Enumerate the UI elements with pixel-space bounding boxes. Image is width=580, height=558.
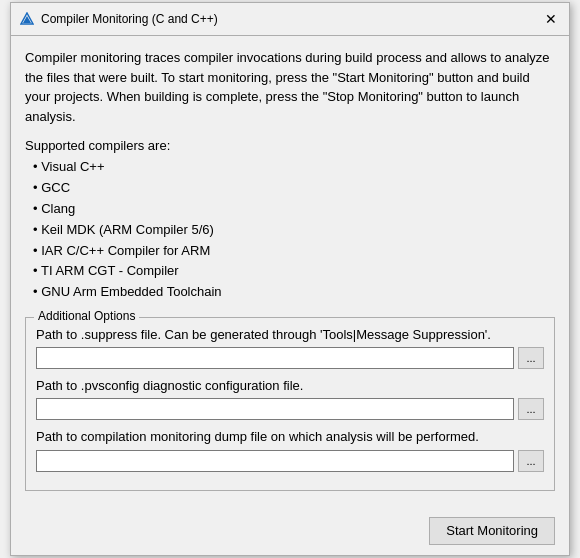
dump-row: ...	[36, 450, 544, 472]
suppress-field-group: Path to .suppress file. Can be generated…	[36, 326, 544, 369]
list-item: TI ARM CGT - Compiler	[33, 261, 555, 282]
pvsconfig-label: Path to .pvsconfig diagnostic configurat…	[36, 377, 544, 395]
dialog-title: Compiler Monitoring (C and C++)	[41, 12, 218, 26]
title-bar-left: Compiler Monitoring (C and C++)	[19, 11, 218, 27]
compiler-monitoring-dialog: Compiler Monitoring (C and C++) ✕ Compil…	[10, 2, 570, 555]
list-item: GCC	[33, 178, 555, 199]
start-monitoring-button[interactable]: Start Monitoring	[429, 517, 555, 545]
pvsconfig-row: ...	[36, 398, 544, 420]
description-text: Compiler monitoring traces compiler invo…	[25, 48, 555, 126]
pvsconfig-field-group: Path to .pvsconfig diagnostic configurat…	[36, 377, 544, 420]
list-item: GNU Arm Embedded Toolchain	[33, 282, 555, 303]
suppress-input[interactable]	[36, 347, 514, 369]
browse-pvsconfig-button[interactable]: ...	[518, 398, 544, 420]
list-item: Clang	[33, 199, 555, 220]
dialog-footer: Start Monitoring	[11, 511, 569, 555]
browse-suppress-button[interactable]: ...	[518, 347, 544, 369]
dialog-content: Compiler monitoring traces compiler invo…	[11, 36, 569, 510]
additional-options-legend: Additional Options	[34, 309, 139, 323]
list-item: Keil MDK (ARM Compiler 5/6)	[33, 220, 555, 241]
dump-label: Path to compilation monitoring dump file…	[36, 428, 544, 446]
list-item: Visual C++	[33, 157, 555, 178]
dump-input[interactable]	[36, 450, 514, 472]
compilers-section: Supported compilers are: Visual C++ GCC …	[25, 138, 555, 303]
additional-options-group: Additional Options Path to .suppress fil…	[25, 317, 555, 491]
suppress-label: Path to .suppress file. Can be generated…	[36, 326, 544, 344]
list-item: IAR C/C++ Compiler for ARM	[33, 241, 555, 262]
compilers-heading: Supported compilers are:	[25, 138, 555, 153]
browse-dump-button[interactable]: ...	[518, 450, 544, 472]
compiler-list: Visual C++ GCC Clang Keil MDK (ARM Compi…	[25, 157, 555, 303]
dump-field-group: Path to compilation monitoring dump file…	[36, 428, 544, 471]
title-bar: Compiler Monitoring (C and C++) ✕	[11, 3, 569, 36]
close-button[interactable]: ✕	[541, 9, 561, 29]
suppress-row: ...	[36, 347, 544, 369]
pvsconfig-input[interactable]	[36, 398, 514, 420]
pvs-studio-icon	[19, 11, 35, 27]
